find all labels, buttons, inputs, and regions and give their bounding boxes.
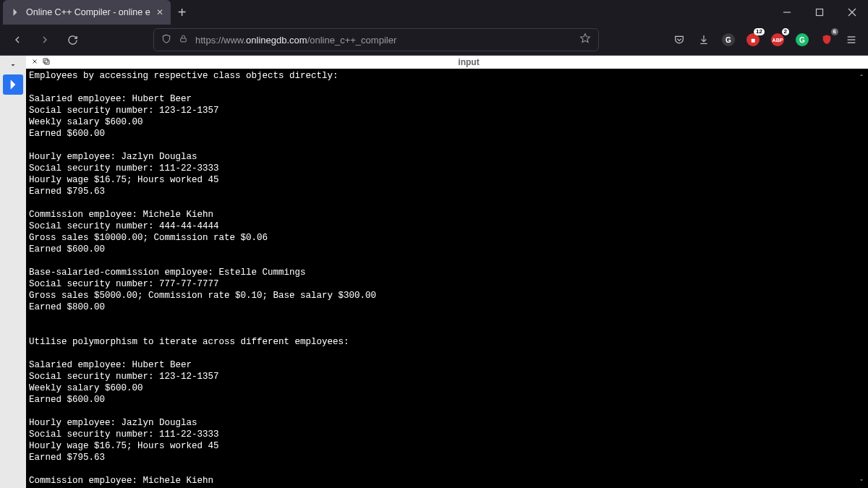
ext-green-icon[interactable]: G [791,29,813,51]
ext-shield-red-icon[interactable]: 6 [816,29,838,51]
pocket-icon[interactable] [668,29,690,51]
nav-forward-button[interactable] [33,28,56,51]
toolbar-right-icons: G ■ 12 ABP 2 G 6 [668,29,862,51]
ext-google-icon[interactable]: G [718,29,739,51]
page-content: input Employees by accessing respective … [0,55,868,488]
console-output[interactable]: Employees by accessing respective class … [26,69,868,488]
shield-icon[interactable] [161,34,171,46]
tab-title: Online C++ Compiler - online e [26,7,150,17]
ext-shield-badge: 6 [831,28,838,35]
svg-rect-4 [181,38,187,42]
url-path: /online_c++_compiler [307,35,397,46]
ext-abp-badge: 2 [782,28,789,35]
url-bar[interactable]: https://www.onlinegdb.com/online_c++_com… [153,28,599,51]
tab-favicon-icon [10,7,20,17]
window-titlebar: Online C++ Compiler - online e ✕ + [0,0,868,25]
new-tab-button[interactable]: + [171,4,194,21]
tab-close-icon[interactable]: ✕ [156,7,163,17]
scroll-down-icon[interactable] [856,475,867,485]
app-menu-icon[interactable] [841,29,862,51]
ext-abp-icon[interactable]: ABP 2 [767,29,788,51]
window-controls [770,0,868,25]
svg-rect-1 [816,9,822,16]
ext-red-badge: 12 [754,28,765,35]
scroll-up-icon[interactable] [856,70,867,80]
chevron-down-icon[interactable] [9,61,17,72]
window-maximize-button[interactable] [803,0,835,25]
bookmark-star-icon[interactable] [579,33,591,47]
ext-red-icon[interactable]: ■ 12 [742,29,764,51]
downloads-icon[interactable] [693,29,715,51]
lock-icon[interactable] [179,34,188,46]
abp-label: ABP [771,33,784,46]
url-prefix: https://www. [195,35,246,46]
console-header: input [26,56,868,69]
expand-icon[interactable] [30,57,39,68]
window-minimize-button[interactable] [770,0,803,25]
window-close-button[interactable] [835,0,868,25]
url-host: onlinegdb.com [246,35,307,46]
copy-icon[interactable] [42,57,51,68]
svg-rect-9 [43,59,48,63]
nav-reload-button[interactable] [61,28,84,51]
gdb-logo-icon[interactable] [3,74,23,95]
nav-back-button[interactable] [6,28,29,51]
browser-toolbar: https://www.onlinegdb.com/online_c++_com… [0,25,868,55]
editor-left-rail [0,56,26,488]
console-tab-label[interactable]: input [69,57,868,67]
url-text: https://www.onlinegdb.com/online_c++_com… [195,35,396,46]
browser-tab[interactable]: Online C++ Compiler - online e ✕ [3,0,171,25]
svg-rect-8 [45,60,49,64]
